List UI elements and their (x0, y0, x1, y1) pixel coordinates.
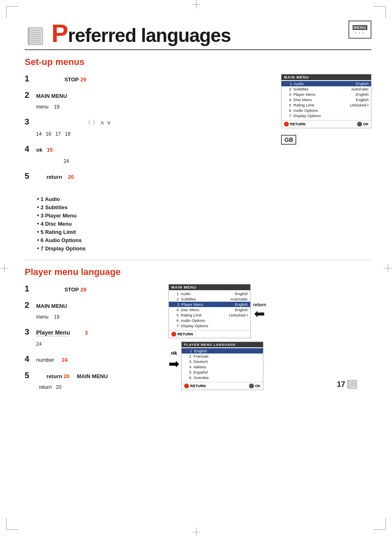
step2-2: 2 MAIN MENU menu 19 (25, 300, 164, 321)
pl-item-3: 3 Deutsch (182, 359, 263, 364)
s2-menu-item-3: ↕↕ 3 Player Menu English (169, 302, 250, 307)
ok-btn-circle (357, 122, 362, 127)
section1-title: Set-up menus (25, 57, 371, 67)
s2-menu-item-2: 2 Subtitles Automatic (169, 296, 250, 302)
s2-return-circle (171, 332, 176, 337)
corner-mark-tr (374, 6, 386, 18)
corner-mark-br (374, 518, 386, 530)
s2-menu-title: MAIN MENU (169, 284, 250, 290)
section-setup-menus: Set-up menus 1 STOP 29 2 MAIN MENU (25, 57, 371, 252)
section1-steps-area: 1 STOP 29 2 MAIN MENU menu 19 (25, 74, 371, 187)
section-divider (25, 260, 371, 260)
section2-main-menu-screen: MAIN MENU 1 Audio English 2 Subtitles Au… (168, 284, 251, 338)
s2-menu-item-4: 4 Disc Menu English (169, 307, 250, 312)
section2-screens: MAIN MENU 1 Audio English 2 Subtitles Au… (168, 284, 266, 390)
bullet-item: 7 Display Options (37, 245, 371, 252)
svg-rect-0 (28, 28, 43, 45)
bullet-item: 1 Audio (37, 196, 371, 202)
step-5: 5 return 20 (25, 171, 273, 181)
section2-steps: 1 STOP 29 2 MAIN MENU menu 19 (25, 284, 164, 397)
pl-item-6: 6 Svenska (182, 375, 263, 380)
menu-icon-box: MENU • • • (348, 21, 371, 39)
bottom-two-col: 1 STOP 29 2 MAIN MENU menu 19 (25, 284, 371, 397)
s2-menu-item-7: 7 Display Options (169, 323, 250, 328)
bullet-item: 6 Audio Options (37, 237, 371, 243)
menu-footer: RETURN OK (281, 120, 371, 128)
pl-return-btn: RETURN (184, 384, 206, 388)
bullet-item: 2 Subtitles (37, 204, 371, 210)
menu-ok-btn: OK (357, 122, 369, 127)
gb-badge: GB (281, 135, 296, 145)
player-lang-screen: PLAYER MENU LANGUAGE ↕↕ 1 English 2 Fran… (181, 342, 263, 390)
menu-icon-dots: • • • (355, 31, 365, 35)
menu-item-4: 4 Disc Menu English (281, 97, 371, 102)
return-arrow-icon: ⬅ (254, 307, 265, 320)
pl-footer: RETURN OK (182, 382, 263, 390)
menu-item-6: 6 Audio Options (281, 108, 371, 113)
step2-4: 4 number 24 (25, 354, 164, 364)
crosshair-top (192, 0, 200, 8)
menu-return-btn: RETURN (284, 122, 306, 127)
s2-menu-item-6: 6 Audio Options (169, 318, 250, 323)
pl-item-4: 4 Italiano (182, 364, 263, 370)
menu-item-7: 7 Display Options (281, 113, 371, 118)
step-2: 2 MAIN MENU menu 19 (25, 90, 273, 111)
book-icon (25, 25, 47, 46)
crosshair-right (384, 264, 392, 272)
return-btn-circle (284, 122, 289, 127)
menu-item-5: 5 Rating Limit Unlocked ▪ (281, 102, 371, 108)
title-drop-cap: P (51, 19, 68, 47)
page-header: Preferred languages MENU • • • (25, 21, 371, 46)
s2-menu-footer: RETURN (169, 330, 250, 338)
title-area: Preferred languages (25, 21, 231, 46)
step2-5: 5 return 20 MAIN MENU return 20 (25, 371, 164, 391)
s2-menu-item-1: 1 Audio English (169, 291, 250, 296)
corner-mark-tl (6, 6, 18, 18)
menu-item-1: ↕↕ 1 Audio English (281, 81, 371, 86)
step2-1: 1 STOP 29 (25, 284, 164, 294)
header-divider (25, 49, 371, 50)
section1-menu-screen: MAIN MENU ↕↕ 1 Audio English 2 Subtitles… (281, 74, 371, 128)
bullet-item: 4 Disc Menu (37, 220, 371, 227)
step-4: 4 ok 15 24 (25, 144, 273, 165)
main-menu-with-arrow: MAIN MENU 1 Audio English 2 Subtitles Au… (168, 284, 266, 338)
section1-steps-left: 1 STOP 29 2 MAIN MENU menu 19 (25, 74, 273, 187)
ok-player-lang-area: ok ➡ PLAYER MENU LANGUAGE ↕↕ 1 English 2… (168, 342, 266, 390)
step-3: 3 〈 〉 ∧ ∨ 14 16 17 18 (25, 117, 273, 138)
svg-rect-1 (29, 28, 30, 45)
s2-menu-item-5: 5 Rating Limit Unlocked ▪ (169, 312, 250, 318)
corner-mark-bl (6, 518, 18, 530)
section2-title: Player menu language (25, 267, 371, 277)
section-player-menu: Player menu language 1 STOP 29 2 M (25, 267, 371, 397)
bullet-item: 3 Player Menu (37, 212, 371, 219)
pl-ok-btn: OK (249, 384, 261, 388)
step-1: 1 STOP 29 (25, 74, 273, 84)
pl-item-1: ↕↕ 1 English (182, 348, 263, 353)
bullet-item: 5 Rating Limit (37, 229, 371, 235)
s2-return-btn: RETURN (171, 332, 193, 337)
ok-arrow: ok ➡ (168, 342, 180, 372)
page-number: 17 (337, 380, 345, 389)
pl-ok-circle (249, 384, 254, 388)
menu-screen-items: ↕↕ 1 Audio English 2 Subtitles Automatic… (281, 80, 371, 119)
page-icon (347, 379, 359, 389)
menu-item-2: 2 Subtitles Automatic (281, 86, 371, 92)
pl-item-2: 2 Français (182, 353, 263, 359)
step2-3: 3 Player Menu 3 24 (25, 327, 164, 348)
big-right-arrow: ➡ (168, 356, 180, 372)
svg-rect-10 (348, 380, 349, 388)
pl-item-5: 5 Español (182, 370, 263, 375)
page-title: Preferred languages (51, 21, 231, 46)
crosshair-left (0, 264, 8, 272)
page-number-area: 17 (337, 379, 359, 389)
bullet-list: 1 Audio 2 Subtitles 3 Player Menu 4 Disc… (37, 196, 371, 252)
return-arrow-area: return ⬅ (253, 302, 266, 320)
pl-return-circle (184, 384, 189, 388)
s2-menu-items: 1 Audio English 2 Subtitles Automatic ↕↕… (169, 290, 250, 329)
crosshair-bottom (192, 528, 200, 536)
player-lang-items: ↕↕ 1 English 2 Français 3 Deutsch 4 Ital… (182, 347, 263, 381)
menu-icon-text: MENU (353, 25, 368, 30)
menu-item-3: 3 Player Menu English (281, 92, 371, 97)
player-lang-title: PLAYER MENU LANGUAGE (182, 342, 263, 347)
ok-label: ok (171, 350, 177, 356)
